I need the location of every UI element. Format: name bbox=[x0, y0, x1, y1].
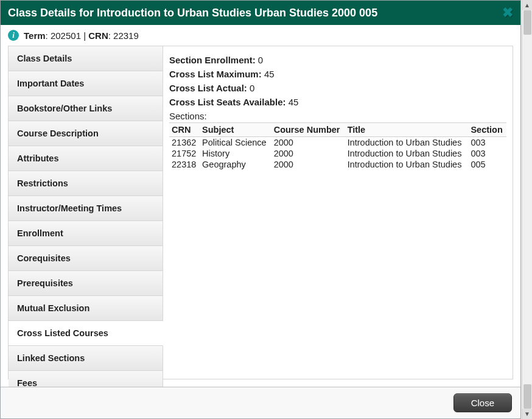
crn-label: CRN bbox=[88, 30, 108, 41]
cell-crn: 21362 bbox=[169, 137, 200, 149]
content-area: Class DetailsImportant DatesBookstore/Ot… bbox=[1, 46, 520, 387]
meta-colon: : bbox=[46, 30, 51, 41]
tab-linked-sections[interactable]: Linked Sections bbox=[9, 346, 163, 371]
tab-important-dates[interactable]: Important Dates bbox=[9, 71, 163, 96]
table-row: 21362Political Science2000Introduction t… bbox=[169, 137, 506, 149]
table-row: 22318Geography2000Introduction to Urban … bbox=[169, 159, 506, 170]
section-enrollment-value: 0 bbox=[258, 55, 263, 65]
class-details-modal: Class Details for Introduction to Urban … bbox=[0, 0, 521, 419]
tab-corequisites[interactable]: Corequisites bbox=[9, 246, 163, 271]
tab-course-description[interactable]: Course Description bbox=[9, 121, 163, 146]
cell-section: 005 bbox=[468, 159, 506, 170]
cross-list-max-value: 45 bbox=[264, 69, 275, 79]
cell-subject: History bbox=[200, 148, 271, 159]
cell-section: 003 bbox=[468, 148, 506, 159]
scroll-down-arrow-icon[interactable]: ▼ bbox=[522, 409, 532, 419]
col-title: Title bbox=[345, 123, 469, 137]
col-crn: CRN bbox=[169, 123, 200, 137]
scrollbar-thumb[interactable] bbox=[523, 10, 531, 35]
cell-crn: 22318 bbox=[169, 159, 200, 170]
cross-list-seats-value: 45 bbox=[289, 97, 299, 107]
sections-label: Sections: bbox=[169, 111, 506, 121]
cell-crn: 21752 bbox=[169, 148, 200, 159]
tab-bookstore-other-links[interactable]: Bookstore/Other Links bbox=[9, 96, 163, 121]
tab-restrictions[interactable]: Restrictions bbox=[9, 171, 163, 196]
cross-list-seats: Cross List Seats Available: 45 bbox=[169, 97, 506, 107]
cross-list-seats-label: Cross List Seats Available: bbox=[169, 97, 285, 107]
cell-course_number: 2000 bbox=[271, 159, 345, 170]
tab-fees[interactable]: Fees bbox=[9, 371, 163, 387]
section-enrollment: Section Enrollment: 0 bbox=[169, 55, 506, 65]
cell-course_number: 2000 bbox=[271, 137, 345, 149]
cross-list-actual-label: Cross List Actual: bbox=[169, 83, 247, 93]
col-section: Section bbox=[468, 123, 506, 137]
crn-value: 22319 bbox=[113, 30, 139, 41]
modal-footer: Close bbox=[1, 387, 520, 418]
tab-list: Class DetailsImportant DatesBookstore/Ot… bbox=[8, 46, 163, 379]
close-button[interactable]: Close bbox=[453, 393, 512, 412]
cell-title: Introduction to Urban Studies bbox=[345, 137, 469, 149]
cell-title: Introduction to Urban Studies bbox=[345, 148, 469, 159]
sections-table: CRN Subject Course Number Title Section … bbox=[169, 122, 506, 170]
table-header-row: CRN Subject Course Number Title Section bbox=[169, 123, 506, 137]
cell-section: 003 bbox=[468, 137, 506, 149]
meta-bar: i Term : 202501 | CRN : 22319 bbox=[1, 25, 520, 46]
cell-course_number: 2000 bbox=[271, 148, 345, 159]
tab-attributes[interactable]: Attributes bbox=[9, 146, 163, 171]
page-scrollbar[interactable]: ▲ ▼ bbox=[522, 0, 532, 419]
scroll-up-arrow-icon[interactable]: ▲ bbox=[522, 0, 532, 10]
tab-prerequisites[interactable]: Prerequisites bbox=[9, 271, 163, 296]
tab-instructor-meeting-times[interactable]: Instructor/Meeting Times bbox=[9, 196, 163, 221]
section-enrollment-label: Section Enrollment: bbox=[169, 55, 256, 65]
close-icon[interactable]: ✖ bbox=[502, 6, 513, 19]
modal-title: Class Details for Introduction to Urban … bbox=[8, 7, 377, 19]
cross-list-actual-value: 0 bbox=[250, 83, 254, 93]
cross-listed-panel: Section Enrollment: 0 Cross List Maximum… bbox=[163, 46, 513, 379]
table-row: 21752History2000Introduction to Urban St… bbox=[169, 148, 506, 159]
tab-enrollment[interactable]: Enrollment bbox=[9, 221, 163, 246]
meta-colon: : bbox=[108, 30, 113, 41]
col-subject: Subject bbox=[200, 123, 271, 137]
scrollbar-track[interactable] bbox=[522, 10, 532, 409]
term-label: Term bbox=[24, 30, 46, 41]
term-value: 202501 bbox=[51, 30, 81, 41]
meta-sep: | bbox=[81, 30, 88, 41]
cell-subject: Political Science bbox=[200, 137, 271, 149]
scrollbar-thumb[interactable] bbox=[523, 384, 531, 409]
cross-list-max: Cross List Maximum: 45 bbox=[169, 69, 506, 79]
info-icon: i bbox=[8, 30, 19, 41]
tab-mutual-exclusion[interactable]: Mutual Exclusion bbox=[9, 296, 163, 321]
cross-list-max-label: Cross List Maximum: bbox=[169, 69, 262, 79]
cross-list-actual: Cross List Actual: 0 bbox=[169, 83, 506, 93]
cell-title: Introduction to Urban Studies bbox=[345, 159, 469, 170]
col-course-number: Course Number bbox=[271, 123, 345, 137]
tab-cross-listed-courses[interactable]: Cross Listed Courses bbox=[9, 321, 163, 346]
cell-subject: Geography bbox=[200, 159, 271, 170]
modal-header: Class Details for Introduction to Urban … bbox=[1, 1, 520, 25]
tab-class-details[interactable]: Class Details bbox=[9, 46, 163, 71]
